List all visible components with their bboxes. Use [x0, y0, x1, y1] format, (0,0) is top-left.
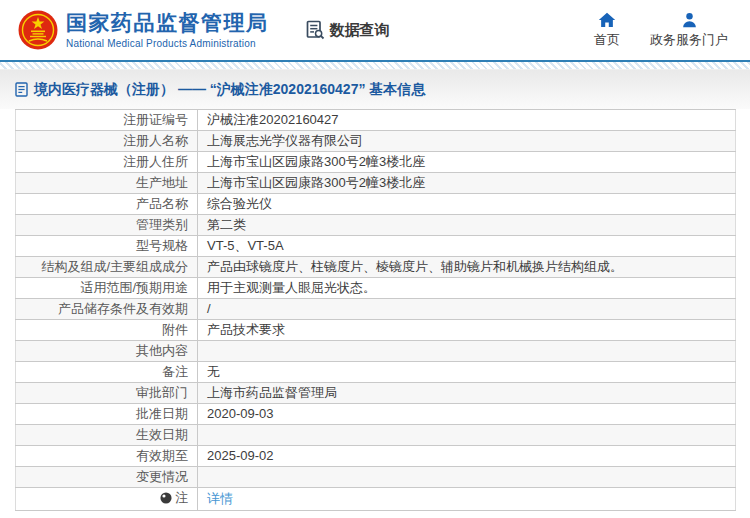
doc-search-icon — [305, 20, 325, 40]
row-label: 备注 — [16, 362, 198, 383]
table-row: 有效期至 2025-09-02 — [16, 446, 736, 467]
table-row-note: 注 详情 — [16, 488, 736, 511]
nmpa-logo-link[interactable]: 国家药品监督管理局 National Medical Products Admi… — [18, 10, 269, 50]
page-title: 境内医疗器械（注册） —— “沪械注准20202160427” 基本信息 — [34, 81, 425, 99]
table-row: 产品储存条件及有效期 / — [16, 299, 736, 320]
row-value: 综合验光仪 — [198, 194, 736, 215]
home-icon — [598, 12, 616, 28]
nav-item-home[interactable]: 首页 — [594, 12, 620, 49]
row-value — [198, 341, 736, 362]
breadcrumb-band: 境内医疗器械（注册） —— “沪械注准20202160427” 基本信息 — [0, 70, 750, 109]
row-label: 管理类别 — [16, 215, 198, 236]
row-label: 附件 — [16, 320, 198, 341]
org-name-cn: 国家药品监督管理局 — [66, 11, 269, 34]
row-label: 产品名称 — [16, 194, 198, 215]
row-value: / — [198, 299, 736, 320]
table-row: 产品名称 综合验光仪 — [16, 194, 736, 215]
top-nav: 首页 政务服务门户 — [594, 12, 734, 49]
row-label: 结构及组成/主要组成成分 — [16, 257, 198, 278]
row-value — [198, 425, 736, 446]
page-header: 国家药品监督管理局 National Medical Products Admi… — [0, 0, 750, 60]
row-value: 沪械注准20202160427 — [198, 110, 736, 131]
document-icon — [15, 82, 28, 97]
national-emblem-icon — [18, 10, 58, 50]
row-value: 产品由球镜度片、柱镜度片、棱镜度片、辅助镜片和机械换片结构组成。 — [198, 257, 736, 278]
nav-home-label: 首页 — [594, 31, 620, 49]
row-label-note: 注 — [16, 488, 198, 511]
detail-link[interactable]: 详情 — [207, 491, 233, 506]
breadcrumb: 境内医疗器械（注册） —— “沪械注准20202160427” 基本信息 — [15, 81, 425, 99]
row-value-note: 详情 — [198, 488, 736, 511]
org-name-en: National Medical Products Administration — [66, 38, 269, 49]
row-label: 适用范围/预期用途 — [16, 278, 198, 299]
registration-detail-table: 注册证编号 沪械注准20202160427 注册人名称 上海展志光学仪器有限公司… — [15, 109, 736, 511]
row-value: 上海市宝山区园康路300号2幢3楼北座 — [198, 173, 736, 194]
table-row: 管理类别 第二类 — [16, 215, 736, 236]
user-icon — [681, 12, 698, 28]
row-label: 变更情况 — [16, 467, 198, 488]
note-icon — [160, 492, 172, 508]
row-label: 其他内容 — [16, 341, 198, 362]
detail-table-wrap: 注册证编号 沪械注准20202160427 注册人名称 上海展志光学仪器有限公司… — [0, 109, 750, 511]
table-row: 其他内容 — [16, 341, 736, 362]
row-value: 无 — [198, 362, 736, 383]
row-label: 产品储存条件及有效期 — [16, 299, 198, 320]
row-value: 上海市药品监督管理局 — [198, 383, 736, 404]
table-row: 注册人名称 上海展志光学仪器有限公司 — [16, 131, 736, 152]
row-value: 第二类 — [198, 215, 736, 236]
row-label: 注册人住所 — [16, 152, 198, 173]
data-query-tab[interactable]: 数据查询 — [305, 20, 390, 40]
table-row: 生效日期 — [16, 425, 736, 446]
row-label: 型号规格 — [16, 236, 198, 257]
table-row: 注册证编号 沪械注准20202160427 — [16, 110, 736, 131]
row-label: 有效期至 — [16, 446, 198, 467]
nav-item-gov-portal[interactable]: 政务服务门户 — [650, 12, 728, 49]
table-row: 型号规格 VT-5、VT-5A — [16, 236, 736, 257]
row-label: 批准日期 — [16, 404, 198, 425]
org-names: 国家药品监督管理局 National Medical Products Admi… — [66, 11, 269, 48]
table-row: 批准日期 2020-09-03 — [16, 404, 736, 425]
row-value: 产品技术要求 — [198, 320, 736, 341]
row-label: 生产地址 — [16, 173, 198, 194]
table-row: 注册人住所 上海市宝山区园康路300号2幢3楼北座 — [16, 152, 736, 173]
table-row: 生产地址 上海市宝山区园康路300号2幢3楼北座 — [16, 173, 736, 194]
row-value: 上海市宝山区园康路300号2幢3楼北座 — [198, 152, 736, 173]
hatch-pattern-strip — [0, 62, 750, 70]
table-row: 结构及组成/主要组成成分 产品由球镜度片、柱镜度片、棱镜度片、辅助镜片和机械换片… — [16, 257, 736, 278]
table-row: 附件 产品技术要求 — [16, 320, 736, 341]
table-row: 适用范围/预期用途 用于主观测量人眼屈光状态。 — [16, 278, 736, 299]
row-value: 用于主观测量人眼屈光状态。 — [198, 278, 736, 299]
table-row: 审批部门 上海市药品监督管理局 — [16, 383, 736, 404]
row-label: 注册人名称 — [16, 131, 198, 152]
table-row: 变更情况 — [16, 467, 736, 488]
row-value: 上海展志光学仪器有限公司 — [198, 131, 736, 152]
table-row: 备注 无 — [16, 362, 736, 383]
row-label: 注册证编号 — [16, 110, 198, 131]
row-label: 审批部门 — [16, 383, 198, 404]
row-value — [198, 467, 736, 488]
nav-gov-portal-label: 政务服务门户 — [650, 31, 728, 49]
row-value: VT-5、VT-5A — [198, 236, 736, 257]
data-query-label: 数据查询 — [330, 21, 390, 40]
row-label: 生效日期 — [16, 425, 198, 446]
row-value: 2025-09-02 — [198, 446, 736, 467]
row-value: 2020-09-03 — [198, 404, 736, 425]
